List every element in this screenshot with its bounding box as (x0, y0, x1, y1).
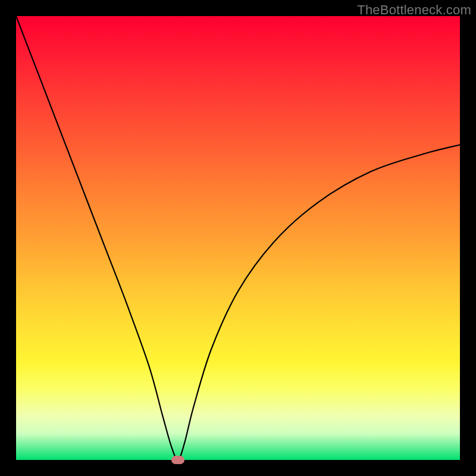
minimum-marker (171, 456, 184, 464)
plot-area (16, 16, 460, 460)
watermark-text: TheBottleneck.com (357, 2, 471, 18)
chart-frame: TheBottleneck.com (0, 0, 476, 476)
bottleneck-curve (16, 16, 460, 460)
